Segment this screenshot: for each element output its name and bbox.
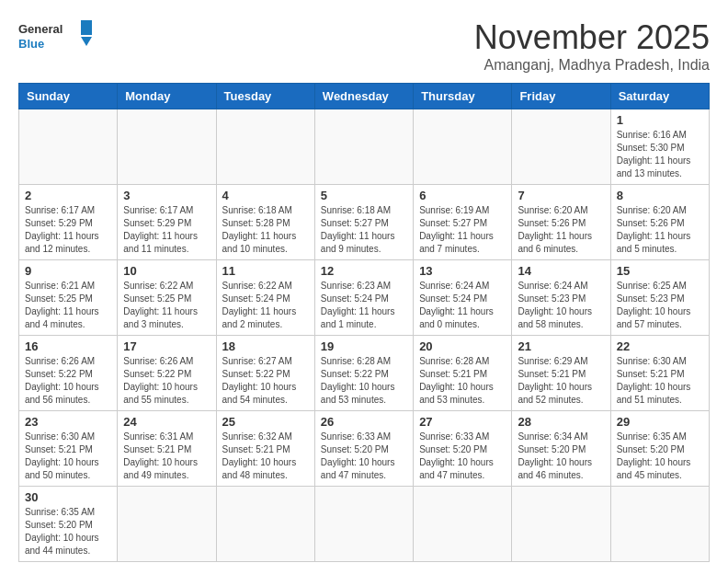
calendar-cell	[216, 487, 314, 562]
calendar-cell	[414, 109, 512, 185]
day-info: Sunrise: 6:23 AM Sunset: 5:24 PM Dayligh…	[321, 280, 407, 331]
title-section: November 2025 Amanganj, Madhya Pradesh, …	[474, 18, 710, 74]
calendar-cell	[414, 487, 512, 562]
logo-svg: General Blue	[18, 18, 92, 59]
calendar-cell: 5Sunrise: 6:18 AM Sunset: 5:27 PM Daylig…	[314, 185, 413, 260]
day-number: 4	[222, 189, 309, 202]
day-info: Sunrise: 6:35 AM Sunset: 5:20 PM Dayligh…	[25, 506, 111, 557]
day-info: Sunrise: 6:35 AM Sunset: 5:20 PM Dayligh…	[617, 431, 703, 482]
day-info: Sunrise: 6:30 AM Sunset: 5:21 PM Dayligh…	[25, 431, 111, 482]
day-number: 21	[518, 339, 604, 353]
day-info: Sunrise: 6:24 AM Sunset: 5:24 PM Dayligh…	[419, 280, 506, 331]
calendar-cell	[512, 109, 610, 185]
day-info: Sunrise: 6:28 AM Sunset: 5:22 PM Dayligh…	[321, 355, 407, 407]
weekday-header-thursday: Thursday	[414, 84, 512, 109]
location-title: Amanganj, Madhya Pradesh, India	[474, 57, 710, 74]
day-number: 14	[518, 264, 604, 278]
page-header: General Blue November 2025 Amanganj, Mad…	[18, 18, 710, 74]
day-number: 18	[222, 339, 309, 353]
calendar-cell: 9Sunrise: 6:21 AM Sunset: 5:25 PM Daylig…	[19, 260, 118, 336]
calendar-cell: 23Sunrise: 6:30 AM Sunset: 5:21 PM Dayli…	[19, 411, 118, 487]
weekday-header-sunday: Sunday	[19, 84, 118, 109]
calendar-cell: 30Sunrise: 6:35 AM Sunset: 5:20 PM Dayli…	[19, 487, 118, 562]
calendar-cell: 27Sunrise: 6:33 AM Sunset: 5:20 PM Dayli…	[414, 411, 512, 487]
calendar-cell	[314, 109, 413, 185]
week-row-5: 23Sunrise: 6:30 AM Sunset: 5:21 PM Dayli…	[19, 411, 710, 487]
day-info: Sunrise: 6:21 AM Sunset: 5:25 PM Dayligh…	[25, 280, 111, 331]
calendar-cell: 4Sunrise: 6:18 AM Sunset: 5:28 PM Daylig…	[216, 185, 314, 260]
calendar-cell: 16Sunrise: 6:26 AM Sunset: 5:22 PM Dayli…	[19, 336, 118, 411]
day-info: Sunrise: 6:16 AM Sunset: 5:30 PM Dayligh…	[617, 129, 703, 180]
day-number: 25	[222, 415, 309, 429]
day-number: 6	[419, 189, 506, 202]
calendar-cell: 21Sunrise: 6:29 AM Sunset: 5:21 PM Dayli…	[512, 336, 610, 411]
svg-marker-3	[81, 37, 92, 46]
day-info: Sunrise: 6:26 AM Sunset: 5:22 PM Dayligh…	[123, 355, 210, 407]
day-info: Sunrise: 6:17 AM Sunset: 5:29 PM Dayligh…	[123, 204, 210, 256]
calendar-cell	[610, 487, 709, 562]
week-row-3: 9Sunrise: 6:21 AM Sunset: 5:25 PM Daylig…	[19, 260, 710, 336]
day-number: 16	[25, 339, 111, 353]
day-number: 7	[518, 189, 604, 202]
day-number: 20	[419, 339, 506, 353]
calendar-cell	[314, 487, 413, 562]
day-number: 27	[419, 415, 506, 429]
day-number: 17	[123, 339, 210, 353]
day-info: Sunrise: 6:22 AM Sunset: 5:24 PM Dayligh…	[222, 280, 309, 331]
logo: General Blue	[18, 18, 92, 59]
day-info: Sunrise: 6:20 AM Sunset: 5:26 PM Dayligh…	[617, 204, 703, 256]
calendar-table: SundayMondayTuesdayWednesdayThursdayFrid…	[18, 83, 710, 562]
day-number: 8	[617, 189, 703, 202]
weekday-header-saturday: Saturday	[610, 84, 709, 109]
day-number: 12	[321, 264, 407, 278]
day-info: Sunrise: 6:24 AM Sunset: 5:23 PM Dayligh…	[518, 280, 604, 331]
week-row-2: 2Sunrise: 6:17 AM Sunset: 5:29 PM Daylig…	[19, 185, 710, 260]
calendar-cell: 12Sunrise: 6:23 AM Sunset: 5:24 PM Dayli…	[314, 260, 413, 336]
week-row-1: 1Sunrise: 6:16 AM Sunset: 5:30 PM Daylig…	[19, 109, 710, 185]
day-number: 24	[123, 415, 210, 429]
day-number: 26	[321, 415, 407, 429]
calendar-cell: 20Sunrise: 6:28 AM Sunset: 5:21 PM Dayli…	[414, 336, 512, 411]
day-number: 3	[123, 189, 210, 202]
calendar-cell: 25Sunrise: 6:32 AM Sunset: 5:21 PM Dayli…	[216, 411, 314, 487]
day-number: 9	[25, 264, 111, 278]
calendar-cell	[118, 487, 216, 562]
day-number: 5	[321, 189, 407, 202]
calendar-cell	[118, 109, 216, 185]
calendar-cell: 15Sunrise: 6:25 AM Sunset: 5:23 PM Dayli…	[610, 260, 709, 336]
month-title: November 2025	[474, 18, 710, 57]
day-info: Sunrise: 6:33 AM Sunset: 5:20 PM Dayligh…	[321, 431, 407, 482]
day-info: Sunrise: 6:18 AM Sunset: 5:27 PM Dayligh…	[321, 204, 407, 256]
day-info: Sunrise: 6:32 AM Sunset: 5:21 PM Dayligh…	[222, 431, 309, 482]
day-info: Sunrise: 6:25 AM Sunset: 5:23 PM Dayligh…	[617, 280, 703, 331]
calendar-cell: 1Sunrise: 6:16 AM Sunset: 5:30 PM Daylig…	[610, 109, 709, 185]
calendar-cell: 11Sunrise: 6:22 AM Sunset: 5:24 PM Dayli…	[216, 260, 314, 336]
day-number: 2	[25, 189, 111, 202]
svg-text:Blue: Blue	[18, 37, 44, 51]
calendar-cell: 3Sunrise: 6:17 AM Sunset: 5:29 PM Daylig…	[118, 185, 216, 260]
calendar-cell: 24Sunrise: 6:31 AM Sunset: 5:21 PM Dayli…	[118, 411, 216, 487]
day-number: 1	[617, 113, 703, 127]
weekday-header-friday: Friday	[512, 84, 610, 109]
svg-text:General: General	[18, 22, 63, 36]
calendar-cell: 29Sunrise: 6:35 AM Sunset: 5:20 PM Dayli…	[610, 411, 709, 487]
day-info: Sunrise: 6:20 AM Sunset: 5:26 PM Dayligh…	[518, 204, 604, 256]
day-info: Sunrise: 6:19 AM Sunset: 5:27 PM Dayligh…	[419, 204, 506, 256]
svg-marker-2	[81, 20, 92, 35]
day-info: Sunrise: 6:34 AM Sunset: 5:20 PM Dayligh…	[518, 431, 604, 482]
day-info: Sunrise: 6:26 AM Sunset: 5:22 PM Dayligh…	[25, 355, 111, 407]
calendar-cell: 17Sunrise: 6:26 AM Sunset: 5:22 PM Dayli…	[118, 336, 216, 411]
calendar-cell	[512, 487, 610, 562]
day-info: Sunrise: 6:28 AM Sunset: 5:21 PM Dayligh…	[419, 355, 506, 407]
day-number: 19	[321, 339, 407, 353]
week-row-6: 30Sunrise: 6:35 AM Sunset: 5:20 PM Dayli…	[19, 487, 710, 562]
day-number: 11	[222, 264, 309, 278]
day-number: 28	[518, 415, 604, 429]
calendar-cell	[216, 109, 314, 185]
day-number: 22	[617, 339, 703, 353]
day-info: Sunrise: 6:33 AM Sunset: 5:20 PM Dayligh…	[419, 431, 506, 482]
day-number: 29	[617, 415, 703, 429]
day-info: Sunrise: 6:18 AM Sunset: 5:28 PM Dayligh…	[222, 204, 309, 256]
calendar-cell: 6Sunrise: 6:19 AM Sunset: 5:27 PM Daylig…	[414, 185, 512, 260]
weekday-header-wednesday: Wednesday	[314, 84, 413, 109]
